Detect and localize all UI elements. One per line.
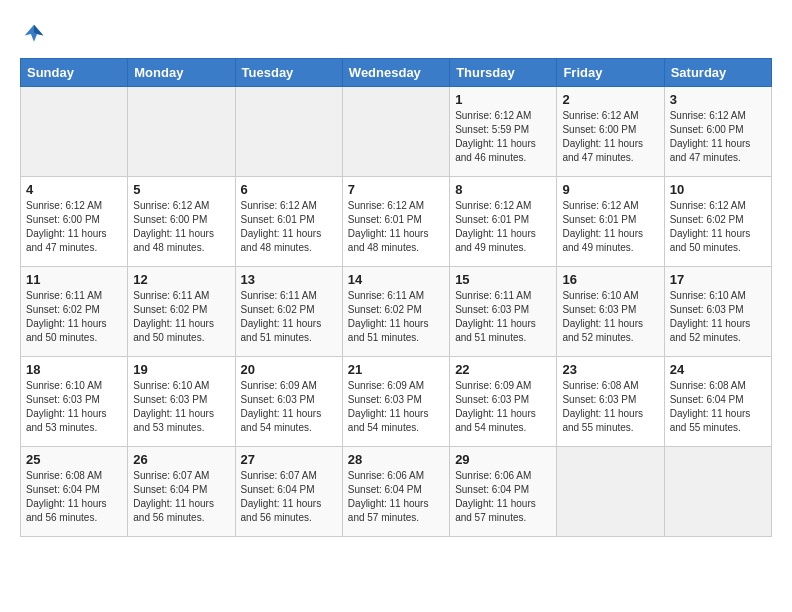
calendar-cell: 27Sunrise: 6:07 AMSunset: 6:04 PMDayligh…: [235, 447, 342, 537]
title-section: [52, 20, 772, 22]
cell-info: Sunrise: 6:11 AMSunset: 6:02 PMDaylight:…: [241, 289, 337, 345]
cell-day-number: 12: [133, 272, 229, 287]
calendar-cell: 23Sunrise: 6:08 AMSunset: 6:03 PMDayligh…: [557, 357, 664, 447]
cell-info: Sunrise: 6:09 AMSunset: 6:03 PMDaylight:…: [455, 379, 551, 435]
calendar-cell: 12Sunrise: 6:11 AMSunset: 6:02 PMDayligh…: [128, 267, 235, 357]
cell-info: Sunrise: 6:08 AMSunset: 6:03 PMDaylight:…: [562, 379, 658, 435]
cell-day-number: 26: [133, 452, 229, 467]
calendar-cell: [235, 87, 342, 177]
calendar-cell: 25Sunrise: 6:08 AMSunset: 6:04 PMDayligh…: [21, 447, 128, 537]
calendar-cell: [557, 447, 664, 537]
week-row-1: 4Sunrise: 6:12 AMSunset: 6:00 PMDaylight…: [21, 177, 772, 267]
cell-day-number: 14: [348, 272, 444, 287]
logo: [20, 20, 52, 48]
header-cell-tuesday: Tuesday: [235, 59, 342, 87]
calendar-cell: 4Sunrise: 6:12 AMSunset: 6:00 PMDaylight…: [21, 177, 128, 267]
calendar-cell: 8Sunrise: 6:12 AMSunset: 6:01 PMDaylight…: [450, 177, 557, 267]
cell-info: Sunrise: 6:12 AMSunset: 5:59 PMDaylight:…: [455, 109, 551, 165]
calendar-cell: 28Sunrise: 6:06 AMSunset: 6:04 PMDayligh…: [342, 447, 449, 537]
calendar-cell: 26Sunrise: 6:07 AMSunset: 6:04 PMDayligh…: [128, 447, 235, 537]
cell-day-number: 21: [348, 362, 444, 377]
calendar-cell: 15Sunrise: 6:11 AMSunset: 6:03 PMDayligh…: [450, 267, 557, 357]
calendar-body: 1Sunrise: 6:12 AMSunset: 5:59 PMDaylight…: [21, 87, 772, 537]
cell-day-number: 24: [670, 362, 766, 377]
calendar-cell: 3Sunrise: 6:12 AMSunset: 6:00 PMDaylight…: [664, 87, 771, 177]
cell-info: Sunrise: 6:12 AMSunset: 6:01 PMDaylight:…: [455, 199, 551, 255]
cell-info: Sunrise: 6:06 AMSunset: 6:04 PMDaylight:…: [348, 469, 444, 525]
calendar-cell: 24Sunrise: 6:08 AMSunset: 6:04 PMDayligh…: [664, 357, 771, 447]
cell-day-number: 7: [348, 182, 444, 197]
cell-day-number: 29: [455, 452, 551, 467]
header-cell-thursday: Thursday: [450, 59, 557, 87]
week-row-3: 18Sunrise: 6:10 AMSunset: 6:03 PMDayligh…: [21, 357, 772, 447]
cell-info: Sunrise: 6:12 AMSunset: 6:00 PMDaylight:…: [670, 109, 766, 165]
cell-day-number: 4: [26, 182, 122, 197]
cell-info: Sunrise: 6:07 AMSunset: 6:04 PMDaylight:…: [133, 469, 229, 525]
calendar-cell: 9Sunrise: 6:12 AMSunset: 6:01 PMDaylight…: [557, 177, 664, 267]
cell-day-number: 28: [348, 452, 444, 467]
cell-info: Sunrise: 6:08 AMSunset: 6:04 PMDaylight:…: [26, 469, 122, 525]
cell-day-number: 22: [455, 362, 551, 377]
calendar-cell: 13Sunrise: 6:11 AMSunset: 6:02 PMDayligh…: [235, 267, 342, 357]
calendar-cell: 10Sunrise: 6:12 AMSunset: 6:02 PMDayligh…: [664, 177, 771, 267]
cell-day-number: 11: [26, 272, 122, 287]
calendar-cell: 5Sunrise: 6:12 AMSunset: 6:00 PMDaylight…: [128, 177, 235, 267]
cell-day-number: 19: [133, 362, 229, 377]
cell-day-number: 13: [241, 272, 337, 287]
cell-day-number: 1: [455, 92, 551, 107]
cell-info: Sunrise: 6:09 AMSunset: 6:03 PMDaylight:…: [241, 379, 337, 435]
header-cell-monday: Monday: [128, 59, 235, 87]
calendar-cell: 14Sunrise: 6:11 AMSunset: 6:02 PMDayligh…: [342, 267, 449, 357]
calendar-cell: 2Sunrise: 6:12 AMSunset: 6:00 PMDaylight…: [557, 87, 664, 177]
calendar-cell: 22Sunrise: 6:09 AMSunset: 6:03 PMDayligh…: [450, 357, 557, 447]
calendar-cell: 17Sunrise: 6:10 AMSunset: 6:03 PMDayligh…: [664, 267, 771, 357]
cell-day-number: 18: [26, 362, 122, 377]
cell-day-number: 5: [133, 182, 229, 197]
cell-info: Sunrise: 6:10 AMSunset: 6:03 PMDaylight:…: [562, 289, 658, 345]
calendar-cell: [342, 87, 449, 177]
cell-info: Sunrise: 6:11 AMSunset: 6:03 PMDaylight:…: [455, 289, 551, 345]
cell-info: Sunrise: 6:09 AMSunset: 6:03 PMDaylight:…: [348, 379, 444, 435]
cell-info: Sunrise: 6:12 AMSunset: 6:01 PMDaylight:…: [348, 199, 444, 255]
header-cell-friday: Friday: [557, 59, 664, 87]
logo-icon: [20, 20, 48, 48]
week-row-4: 25Sunrise: 6:08 AMSunset: 6:04 PMDayligh…: [21, 447, 772, 537]
cell-day-number: 20: [241, 362, 337, 377]
cell-info: Sunrise: 6:10 AMSunset: 6:03 PMDaylight:…: [133, 379, 229, 435]
calendar-cell: 7Sunrise: 6:12 AMSunset: 6:01 PMDaylight…: [342, 177, 449, 267]
calendar-cell: 29Sunrise: 6:06 AMSunset: 6:04 PMDayligh…: [450, 447, 557, 537]
cell-info: Sunrise: 6:06 AMSunset: 6:04 PMDaylight:…: [455, 469, 551, 525]
cell-info: Sunrise: 6:07 AMSunset: 6:04 PMDaylight:…: [241, 469, 337, 525]
header-cell-wednesday: Wednesday: [342, 59, 449, 87]
calendar-cell: 1Sunrise: 6:12 AMSunset: 5:59 PMDaylight…: [450, 87, 557, 177]
calendar-cell: 21Sunrise: 6:09 AMSunset: 6:03 PMDayligh…: [342, 357, 449, 447]
calendar-cell: 6Sunrise: 6:12 AMSunset: 6:01 PMDaylight…: [235, 177, 342, 267]
calendar-cell: [664, 447, 771, 537]
calendar-cell: [21, 87, 128, 177]
calendar-cell: 20Sunrise: 6:09 AMSunset: 6:03 PMDayligh…: [235, 357, 342, 447]
week-row-2: 11Sunrise: 6:11 AMSunset: 6:02 PMDayligh…: [21, 267, 772, 357]
header-row: SundayMondayTuesdayWednesdayThursdayFrid…: [21, 59, 772, 87]
header-cell-sunday: Sunday: [21, 59, 128, 87]
calendar-cell: [128, 87, 235, 177]
cell-info: Sunrise: 6:08 AMSunset: 6:04 PMDaylight:…: [670, 379, 766, 435]
cell-info: Sunrise: 6:12 AMSunset: 6:01 PMDaylight:…: [562, 199, 658, 255]
week-row-0: 1Sunrise: 6:12 AMSunset: 5:59 PMDaylight…: [21, 87, 772, 177]
cell-day-number: 10: [670, 182, 766, 197]
cell-day-number: 17: [670, 272, 766, 287]
cell-day-number: 8: [455, 182, 551, 197]
calendar-cell: 18Sunrise: 6:10 AMSunset: 6:03 PMDayligh…: [21, 357, 128, 447]
cell-info: Sunrise: 6:12 AMSunset: 6:00 PMDaylight:…: [133, 199, 229, 255]
cell-day-number: 6: [241, 182, 337, 197]
cell-info: Sunrise: 6:12 AMSunset: 6:02 PMDaylight:…: [670, 199, 766, 255]
cell-info: Sunrise: 6:12 AMSunset: 6:00 PMDaylight:…: [26, 199, 122, 255]
calendar-header: SundayMondayTuesdayWednesdayThursdayFrid…: [21, 59, 772, 87]
cell-day-number: 3: [670, 92, 766, 107]
calendar-cell: 19Sunrise: 6:10 AMSunset: 6:03 PMDayligh…: [128, 357, 235, 447]
cell-day-number: 2: [562, 92, 658, 107]
cell-info: Sunrise: 6:10 AMSunset: 6:03 PMDaylight:…: [26, 379, 122, 435]
cell-day-number: 9: [562, 182, 658, 197]
calendar-cell: 11Sunrise: 6:11 AMSunset: 6:02 PMDayligh…: [21, 267, 128, 357]
cell-info: Sunrise: 6:11 AMSunset: 6:02 PMDaylight:…: [348, 289, 444, 345]
cell-day-number: 27: [241, 452, 337, 467]
